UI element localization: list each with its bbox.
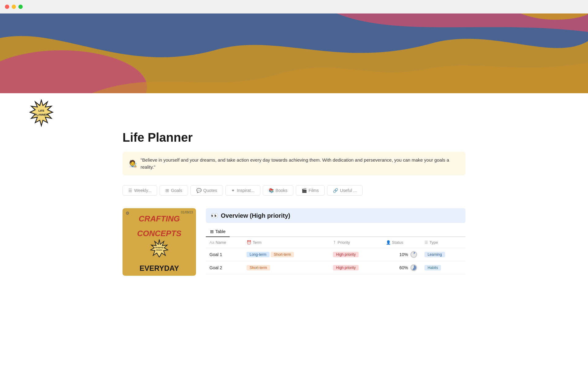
priority-tag: High priority — [333, 265, 359, 270]
close-button[interactable] — [5, 5, 9, 9]
table-header-row: AaName ⏰Term ⤒Priority 👤Status ☰Type — [206, 237, 466, 248]
tab-label: Weekly... — [134, 188, 151, 193]
nav-tabs: ☰Weekly...⊞Goals💬Quotes✦Inspirat...📚Book… — [123, 185, 466, 196]
tab-icon: 🔗 — [333, 188, 338, 193]
cell-priority: High priority — [329, 248, 382, 261]
cell-type: Habits — [421, 261, 466, 274]
quote-text: "Believe in yourself and your dreams, an… — [141, 157, 459, 171]
cell-priority: High priority — [329, 261, 382, 274]
database-view-tabs: ⊞ Table — [206, 227, 466, 237]
cell-type: Learning — [421, 248, 466, 261]
cell-status: 10% — [382, 248, 421, 261]
nav-tab-weekly[interactable]: ☰Weekly... — [123, 185, 157, 196]
tab-label: Inspirat... — [237, 188, 254, 193]
database-title-emoji: 👀 — [211, 212, 218, 219]
tab-table[interactable]: ⊞ Table — [206, 227, 230, 237]
cell-name: Goal 1 — [206, 248, 243, 261]
tab-label: Books — [276, 188, 288, 193]
progress-pct: 60% — [399, 265, 408, 270]
database-main: 👀 Overview (High priority) ⊞ Table AaNam… — [206, 208, 466, 274]
database-title: Overview (High priority) — [221, 212, 290, 219]
page-title: Life Planner — [123, 131, 466, 144]
thumbnail-line2: CONCEPTS — [126, 229, 193, 238]
col-priority: ⤒Priority — [329, 237, 382, 248]
tab-label: Quotes — [203, 188, 217, 193]
tab-table-label: Table — [215, 229, 225, 234]
nav-tab-goals[interactable]: ⊞Goals — [160, 185, 188, 196]
term-tag: Short-term — [271, 252, 294, 257]
page-icon: LIFE PLANNER — [28, 99, 55, 128]
col-term: ⏰Term — [243, 237, 329, 248]
thumbnail-star-icon: designing dreams — [150, 239, 168, 257]
cell-term: Short-term — [243, 261, 329, 274]
col-status: 👤Status — [382, 237, 421, 248]
thumbnail-date: 01/09/23 — [181, 211, 193, 214]
quote-block: 🧑‍🎨 "Believe in yourself and your dreams… — [123, 152, 466, 175]
db-thumbnail: ⚙ 01/09/23 CRAFTING CONCEPTS designing d… — [123, 208, 196, 276]
nav-tab-useful[interactable]: 🔗Useful ... — [327, 185, 363, 196]
tab-label: Films — [309, 188, 319, 193]
page-content: Life Planner 🧑‍🎨 "Believe in yourself an… — [95, 131, 493, 300]
col-type: ☰Type — [421, 237, 466, 248]
term-tag: Long-term — [247, 252, 270, 257]
table-icon: ⊞ — [210, 229, 214, 234]
quote-emoji: 🧑‍🎨 — [129, 160, 137, 168]
tab-icon: 📚 — [269, 188, 274, 193]
thumbnail-line1: CRAFTING — [126, 214, 193, 223]
cell-term: Long-termShort-term — [243, 248, 329, 261]
tab-icon: ⊞ — [165, 188, 169, 193]
svg-text:PLANNER: PLANNER — [35, 113, 48, 116]
table-row: Goal 2 Short-term High priority 60% Habi… — [206, 261, 466, 274]
svg-text:dreams: dreams — [156, 249, 162, 251]
nav-tab-films[interactable]: 🎬Films — [296, 185, 325, 196]
thumbnail-line3: everyday — [123, 264, 196, 273]
tab-icon: 💬 — [196, 188, 202, 193]
titlebar — [0, 0, 588, 13]
col-name: AaName — [206, 237, 243, 248]
database-table: AaName ⏰Term ⤒Priority 👤Status ☰Type Goa… — [206, 237, 466, 274]
nav-tab-books[interactable]: 📚Books — [263, 185, 293, 196]
priority-tag: High priority — [333, 252, 359, 257]
type-tag: Learning — [424, 252, 445, 257]
tab-icon: ☰ — [128, 188, 132, 193]
tab-icon: ✦ — [231, 188, 235, 193]
tab-icon: 🎬 — [302, 188, 307, 193]
table-row: Goal 1 Long-termShort-term High priority… — [206, 248, 466, 261]
term-tag: Short-term — [247, 265, 270, 270]
database-title-row: 👀 Overview (High priority) — [206, 208, 466, 223]
nav-tab-quotes[interactable]: 💬Quotes — [190, 185, 223, 196]
database-section: ⚙ 01/09/23 CRAFTING CONCEPTS designing d… — [123, 208, 466, 276]
nav-tab-inspirat[interactable]: ✦Inspirat... — [225, 185, 260, 196]
tab-label: Useful ... — [340, 188, 357, 193]
type-tag: Habits — [424, 265, 441, 270]
tab-label: Goals — [171, 188, 182, 193]
maximize-button[interactable] — [18, 5, 23, 9]
svg-text:designing: designing — [155, 247, 163, 248]
progress-pct: 10% — [399, 252, 408, 257]
cell-status: 60% — [382, 261, 421, 274]
svg-text:LIFE: LIFE — [38, 109, 44, 112]
cell-name: Goal 2 — [206, 261, 243, 274]
progress-circle — [410, 264, 417, 271]
progress-circle — [410, 251, 417, 258]
hero-banner — [0, 13, 588, 93]
minimize-button[interactable] — [12, 5, 16, 9]
